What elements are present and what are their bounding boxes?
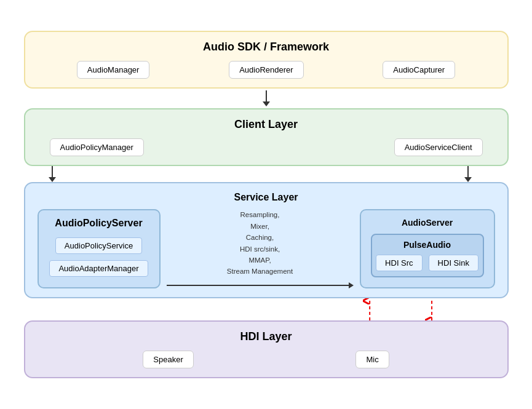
service-layer-title: Service Layer xyxy=(38,192,495,203)
hdi-sink-box: HDI Sink xyxy=(429,255,478,271)
service-desc-text: Resampling, Mixer, Caching, HDI src/sink… xyxy=(227,209,293,277)
policy-server-title: AudioPolicyServer xyxy=(55,218,142,229)
hdi-layer-title: HDI Layer xyxy=(38,330,495,343)
sdk-layer: Audio SDK / Framework AudioManager Audio… xyxy=(24,31,509,89)
hdi-components-row: HDI Src HDI Sink xyxy=(376,255,478,271)
dual-arrows xyxy=(24,166,509,182)
h-arrow-head xyxy=(349,282,354,288)
audio-server-box: AudioServer PulseAudio HDI Src HDI Sink xyxy=(360,209,495,288)
arrow-sdk-to-client xyxy=(263,89,270,108)
down-arrow-right xyxy=(464,166,472,182)
arrow-line-left xyxy=(52,166,53,177)
audio-renderer-box: AudioRenderer xyxy=(229,61,303,79)
audio-policy-service-box: AudioPolicyService xyxy=(55,237,142,254)
red-arrows-svg xyxy=(24,298,509,320)
pulse-audio-box: PulseAudio HDI Src HDI Sink xyxy=(371,234,484,277)
diagram: Audio SDK / Framework AudioManager Audio… xyxy=(14,21,518,387)
audio-capturer-box: AudioCapturer xyxy=(383,61,455,79)
arrow-head-left xyxy=(49,177,56,182)
red-dashed-arrows-container xyxy=(24,298,509,320)
arrow-line-1 xyxy=(266,90,267,101)
audio-manager-box: AudioManager xyxy=(77,61,150,79)
arrow-head-1 xyxy=(263,101,270,106)
down-arrow-left xyxy=(49,166,56,182)
arrow-head-right xyxy=(464,177,472,182)
client-layer: Client Layer AudioPolicyManager AudioSer… xyxy=(24,108,509,166)
service-inner-layout: AudioPolicyServer AudioPolicyService Aud… xyxy=(38,209,495,288)
hdi-components-outer-row: Speaker Mic xyxy=(38,351,495,368)
audio-policy-manager-box: AudioPolicyManager xyxy=(50,138,144,156)
service-layer: Service Layer AudioPolicyServer AudioPol… xyxy=(24,182,509,298)
client-components-row: AudioPolicyManager AudioServiceClient xyxy=(38,138,495,156)
sdk-layer-title: Audio SDK / Framework xyxy=(38,41,495,54)
client-layer-title: Client Layer xyxy=(38,118,495,131)
hdi-layer: HDI Layer Speaker Mic xyxy=(24,320,509,378)
horiz-arrow xyxy=(167,282,354,288)
audio-policy-server-box: AudioPolicyServer AudioPolicyService Aud… xyxy=(38,209,161,288)
arrow-line-right xyxy=(467,166,469,177)
h-arrow-line xyxy=(167,285,349,286)
sdk-components-row: AudioManager AudioRenderer AudioCapturer xyxy=(38,61,495,79)
speaker-box: Speaker xyxy=(143,351,193,368)
service-desc: Resampling, Mixer, Caching, HDI src/sink… xyxy=(167,209,354,288)
audio-adapter-manager-box: AudioAdapterManager xyxy=(49,260,148,277)
pulse-audio-title: PulseAudio xyxy=(403,240,451,250)
audio-server-title: AudioServer xyxy=(402,218,453,228)
down-arrow-1 xyxy=(263,90,270,106)
audio-service-client-box: AudioServiceClient xyxy=(394,138,483,156)
mic-box: Mic xyxy=(355,351,389,368)
hdi-src-box: HDI Src xyxy=(376,255,423,271)
